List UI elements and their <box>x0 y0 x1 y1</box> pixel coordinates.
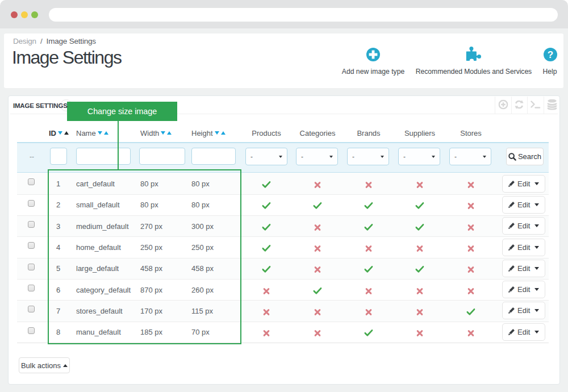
svg-text:?: ? <box>547 49 553 60</box>
